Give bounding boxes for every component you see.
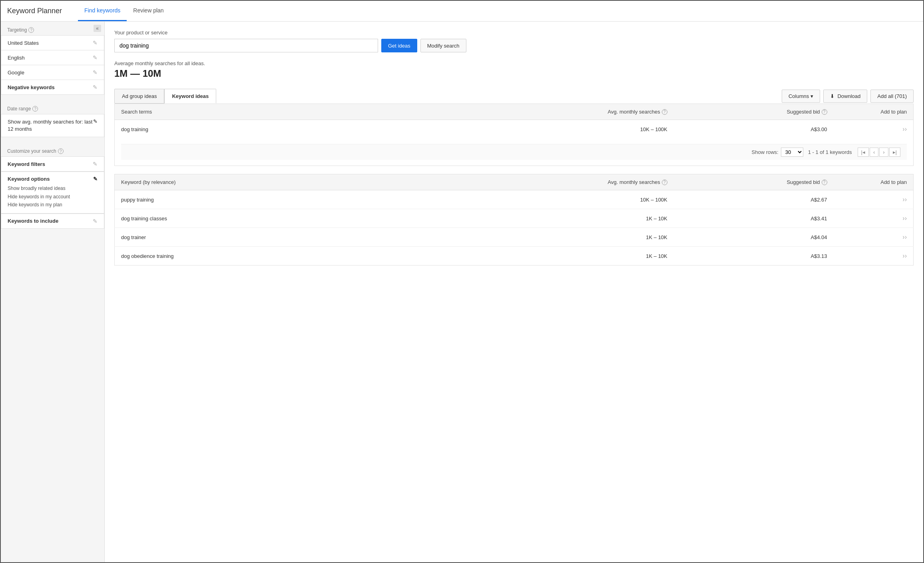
ki-avg-cell-1: 1K – 10K [434,209,674,228]
tab-review-plan[interactable]: Review plan [127,1,170,21]
table-row: puppy training 10K – 100K A$2.67 ›› [115,190,914,209]
customize-help-icon[interactable]: ? [58,148,64,154]
tab-find-keywords[interactable]: Find keywords [78,1,127,21]
sidebar-item-keyword-filters[interactable]: Keyword filters ✎ [1,156,104,172]
ki-add-cell-1[interactable]: ›› [834,209,914,228]
monthly-searches-value: 1M — 10M [114,68,914,79]
targeting-network-edit-icon: ✎ [93,69,98,76]
ki-avg-cell-3: 1K – 10K [434,247,674,266]
columns-button-label: Columns [789,93,809,99]
download-icon: ⬇ [830,93,834,99]
sidebar-item-negative-keywords[interactable]: Negative keywords ✎ [1,80,104,95]
results-actions: Columns ▾ ⬇ Download Add all (701) [782,90,914,103]
date-range-help-icon[interactable]: ? [32,106,38,112]
targeting-country-label: United States [8,40,39,46]
suggested-bid-help-icon[interactable]: ? [822,109,827,115]
th-add-to-plan: Add to plan [834,104,914,120]
targeting-label: Targeting ? [1,22,104,35]
keyword-option-2: Hide keywords in my plan [8,201,98,209]
results-tabs-row: Ad group ideas Keyword ideas Columns ▾ ⬇… [114,89,914,104]
suggested-bid-cell: A$3.00 [674,120,834,139]
search-input[interactable] [114,39,378,52]
ki-add-cell-2[interactable]: ›› [834,228,914,247]
ki-add-chevron-1[interactable]: ›› [902,215,907,222]
th-ki-avg-monthly: Avg. monthly searches ? [434,174,674,190]
sidebar-item-keywords-to-include[interactable]: Keywords to include ✎ [1,214,104,229]
ki-term-cell-0: puppy training [115,190,434,209]
sidebar-collapse-button[interactable]: « [94,25,101,32]
product-label: Your product or service [114,30,914,36]
negative-keywords-label: Negative keywords [8,84,55,90]
ki-bid-cell-3: A$3.13 [674,247,834,266]
ki-add-cell-3[interactable]: ›› [834,247,914,266]
page-info: 1 - 1 of 1 keywords [808,149,852,155]
negative-keywords-edit-icon: ✎ [93,84,98,90]
th-suggested-bid: Suggested bid ? [674,104,834,120]
sidebar-date-range[interactable]: Show avg. monthly searches for: last 12 … [1,114,104,137]
next-page-button[interactable]: › [879,148,888,157]
targeting-country-edit-icon: ✎ [93,40,98,46]
targeting-language-edit-icon: ✎ [93,54,98,61]
sidebar-item-english[interactable]: English ✎ [1,50,104,65]
keyword-options-title-text: Keyword options [8,176,50,182]
keyword-ideas-table: Keyword (by relevance) Avg. monthly sear… [114,174,914,266]
ki-add-cell-0[interactable]: ›› [834,190,914,209]
date-range-text: Show avg. monthly searches for: last 12 … [8,118,93,133]
table-row: dog obedience training 1K – 10K A$3.13 ›… [115,247,914,266]
ki-add-chevron-0[interactable]: ›› [902,196,907,203]
customize-section: Customize your search ? [1,143,104,156]
keyword-filters-label: Keyword filters [8,161,45,167]
keyword-options-list: Show broadly related ideas Hide keywords… [8,184,98,209]
add-to-plan-chevron-icon[interactable]: ›› [902,126,907,132]
ki-bid-cell-1: A$3.41 [674,209,834,228]
targeting-help-icon[interactable]: ? [28,27,34,33]
ki-avg-monthly-help-icon[interactable]: ? [662,180,667,185]
columns-chevron-icon: ▾ [810,93,813,99]
modify-search-button[interactable]: Modify search [420,39,466,52]
sidebar: « Targeting ? United States ✎ English ✎ … [1,22,105,562]
nav-tabs: Find keywords Review plan [78,1,170,21]
ki-bid-cell-0: A$2.67 [674,190,834,209]
add-to-plan-cell[interactable]: ›› [834,120,914,139]
add-all-button[interactable]: Add all (701) [870,90,914,103]
avg-monthly-help-icon[interactable]: ? [662,109,667,115]
ki-suggested-bid-help-icon[interactable]: ? [822,180,827,185]
last-page-button[interactable]: ▸| [889,148,900,157]
table-row: dog training 10K – 100K A$3.00 ›› [115,120,914,139]
ki-add-chevron-3[interactable]: ›› [902,252,907,259]
columns-button[interactable]: Columns ▾ [782,90,820,103]
download-button[interactable]: ⬇ Download [823,90,867,103]
date-range-edit-icon: ✎ [93,118,98,124]
ki-bid-cell-2: A$4.04 [674,228,834,247]
keyword-options-edit-icon: ✎ [93,176,98,182]
sidebar-item-google[interactable]: Google ✎ [1,65,104,80]
main-content: Your product or service Get ideas Modify… [105,22,923,562]
keywords-to-include-label: Keywords to include [8,218,58,224]
th-search-terms: Search terms [115,104,434,120]
ki-avg-cell-0: 10K – 100K [434,190,674,209]
rows-select[interactable]: 30 50 100 [781,148,803,157]
ki-term-cell-3: dog obedience training [115,247,434,266]
keyword-filters-edit-icon: ✎ [93,161,98,167]
prev-page-button[interactable]: ‹ [870,148,878,157]
th-avg-monthly-searches: Avg. monthly searches ? [434,104,674,120]
keyword-option-1: Hide keywords in my account [8,193,98,201]
th-ki-suggested-bid: Suggested bid ? [674,174,834,190]
results-tabs: Ad group ideas Keyword ideas [114,89,216,104]
tab-keyword-ideas[interactable]: Keyword ideas [164,89,216,104]
search-term-cell: dog training [115,120,434,139]
monthly-searches-label: Average monthly searches for all ideas. [114,60,914,66]
sidebar-item-united-states[interactable]: United States ✎ [1,35,104,50]
ki-avg-cell-2: 1K – 10K [434,228,674,247]
first-page-button[interactable]: |◂ [858,148,869,157]
keywords-to-include-edit-icon: ✎ [93,218,98,224]
get-ideas-button[interactable]: Get ideas [381,39,417,52]
avg-monthly-cell: 10K – 100K [434,120,674,139]
ki-term-cell-1: dog training classes [115,209,434,228]
ki-term-cell-2: dog trainer [115,228,434,247]
pagination-row: Show rows: 30 50 100 1 - 1 of 1 keywords… [115,138,914,166]
ki-add-chevron-2[interactable]: ›› [902,234,907,240]
tab-ad-group-ideas[interactable]: Ad group ideas [114,89,164,104]
customize-label-text: Customize your search [7,148,56,154]
search-terms-table: Search terms Avg. monthly searches ? Sug… [114,104,914,166]
